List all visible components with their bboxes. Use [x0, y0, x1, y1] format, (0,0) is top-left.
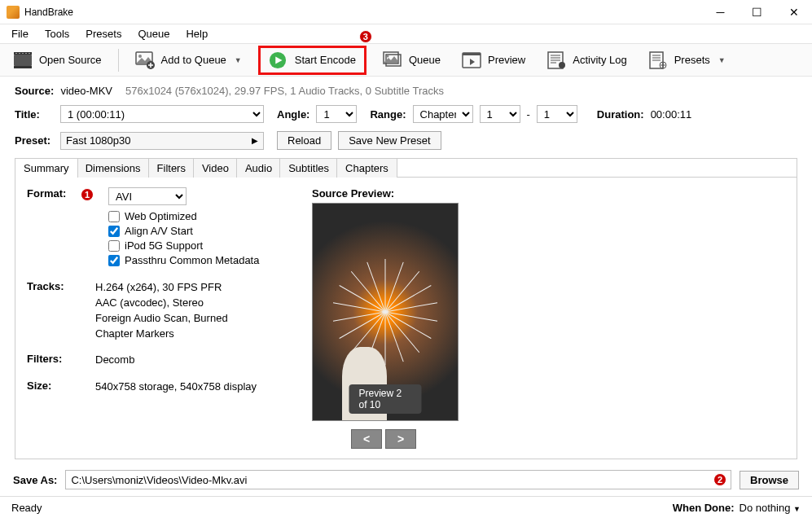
tab-subtitles[interactable]: Subtitles [279, 158, 338, 178]
passthru-checkbox[interactable] [108, 255, 120, 266]
maximize-button[interactable]: ☐ [739, 0, 775, 24]
preview-counter: Preview 2 of 10 [349, 384, 422, 414]
size-value: 540x758 storage, 540x758 display [95, 380, 257, 395]
svg-rect-3 [15, 53, 17, 54]
start-encode-highlight: 3 Start Encode [258, 46, 366, 75]
menu-help[interactable]: Help [178, 25, 216, 42]
filters-value: Decomb [95, 353, 134, 368]
open-source-button[interactable]: Open Source [8, 48, 107, 72]
tab-dimensions[interactable]: Dimensions [77, 158, 150, 178]
add-to-queue-button[interactable]: Add to Queue ▼ [130, 48, 247, 72]
preset-label: Preset: [15, 134, 54, 147]
range-to-select[interactable]: 1 [537, 105, 577, 123]
activity-log-label: Activity Log [573, 54, 626, 66]
app-icon [7, 6, 20, 19]
save-as-input[interactable] [65, 470, 731, 489]
title-row: Title: 1 (00:00:11) Angle: 1 Range: Chap… [15, 105, 797, 123]
tab-filters[interactable]: Filters [148, 158, 195, 178]
presets-button[interactable]: Presets ▼ [643, 48, 731, 72]
svg-rect-0 [14, 55, 32, 66]
images-icon [383, 51, 402, 69]
save-as-label: Save As: [13, 474, 57, 486]
menu-bar: File Tools Presets Queue Help [0, 24, 812, 44]
svg-point-22 [559, 62, 565, 68]
preview-next-button[interactable]: > [385, 429, 416, 449]
svg-rect-6 [25, 53, 27, 54]
queue-button[interactable]: Queue [378, 48, 446, 72]
dropdown-icon[interactable]: ▼ [235, 56, 242, 64]
menu-presets[interactable]: Presets [77, 25, 129, 42]
add-to-queue-label: Add to Queue [161, 54, 226, 66]
align-av-checkbox[interactable] [108, 226, 120, 237]
save-new-preset-button[interactable]: Save New Preset [338, 131, 441, 150]
status-bar: Ready When Done: Do nothing ▼ [0, 496, 812, 519]
badge-1: 1 [81, 188, 94, 201]
preview-prev-button[interactable]: < [351, 429, 382, 449]
toolbar-separator [118, 49, 119, 72]
duration-label: Duration: [597, 108, 644, 121]
svg-rect-4 [19, 53, 20, 54]
when-done-label: When Done: [673, 502, 735, 514]
tab-video[interactable]: Video [193, 158, 238, 178]
activity-log-button[interactable]: Activity Log [542, 48, 631, 72]
tab-body: Format: 1 AVI Web Optimized Align A/V St… [15, 177, 797, 459]
reload-button[interactable]: Reload [277, 131, 331, 150]
menu-queue[interactable]: Queue [129, 25, 178, 42]
format-select[interactable]: AVI [108, 187, 187, 205]
range-from-select[interactable]: 1 [480, 105, 520, 123]
tabs-container: Summary Dimensions Filters Video Audio S… [15, 158, 797, 459]
app-title: HandBrake [24, 7, 702, 18]
badge-3: 3 [359, 30, 372, 43]
browse-button[interactable]: Browse [740, 471, 799, 489]
ipod-checkbox[interactable] [108, 240, 120, 252]
range-label: Range: [370, 108, 406, 121]
tab-chapters[interactable]: Chapters [336, 158, 397, 178]
preset-row: Preset: Fast 1080p30 ▶ Reload Save New P… [15, 131, 797, 150]
svg-point-14 [386, 55, 388, 57]
film-icon [13, 51, 33, 69]
tab-audio[interactable]: Audio [236, 158, 281, 178]
angle-label: Angle: [277, 108, 309, 121]
source-preview-image: Preview 2 of 10 [312, 203, 459, 421]
preview-button[interactable]: Preview [457, 48, 530, 72]
preset-select[interactable]: Fast 1080p30 ▶ [60, 132, 264, 150]
source-row: Source: video-MKV 576x1024 (576x1024), 2… [15, 85, 797, 97]
queue-label: Queue [409, 54, 441, 66]
angle-select[interactable]: 1 [316, 105, 357, 123]
range-type-select[interactable]: Chapters [413, 105, 473, 123]
dropdown-icon[interactable]: ▼ [718, 56, 726, 64]
chevron-right-icon: ▶ [252, 136, 258, 145]
source-label: Source: [15, 85, 54, 97]
tracks-label: Tracks: [27, 280, 95, 341]
dropdown-icon: ▼ [793, 505, 801, 513]
svg-rect-5 [22, 53, 24, 54]
menu-file[interactable]: File [3, 25, 37, 42]
source-name: video-MKV [60, 85, 112, 97]
source-preview-label: Source Preview: [312, 187, 785, 200]
size-label: Size: [27, 380, 95, 395]
when-done-select[interactable]: Do nothing ▼ [740, 502, 801, 514]
toolbar: Open Source Add to Queue ▼ 3 Start Encod… [0, 44, 812, 77]
open-source-label: Open Source [39, 54, 102, 66]
source-details: 576x1024 (576x1024), 29.97 FPS, 1 Audio … [125, 85, 444, 97]
tracks-value: H.264 (x264), 30 FPS PFR AAC (avcodec), … [95, 280, 228, 341]
tab-strip: Summary Dimensions Filters Video Audio S… [15, 159, 797, 178]
range-separator: - [527, 108, 530, 121]
title-select[interactable]: 1 (00:00:11) [60, 105, 264, 123]
svg-rect-16 [463, 53, 481, 55]
preview-label: Preview [488, 54, 525, 66]
minimize-button[interactable]: ─ [702, 0, 739, 24]
presets-icon [648, 51, 668, 69]
title-label: Title: [15, 108, 54, 121]
svg-rect-7 [29, 53, 30, 54]
tab-summary[interactable]: Summary [15, 158, 78, 178]
svg-point-9 [138, 55, 142, 58]
svg-rect-2 [14, 66, 32, 68]
title-bar: HandBrake ─ ☐ ✕ [0, 0, 812, 24]
close-button[interactable]: ✕ [775, 0, 812, 24]
menu-tools[interactable]: Tools [37, 25, 77, 42]
web-optimized-checkbox[interactable] [108, 211, 120, 222]
image-plus-icon [135, 51, 155, 69]
start-encode-button[interactable]: Start Encode [295, 54, 356, 66]
save-as-row: Save As: 2 Browse [0, 463, 812, 496]
